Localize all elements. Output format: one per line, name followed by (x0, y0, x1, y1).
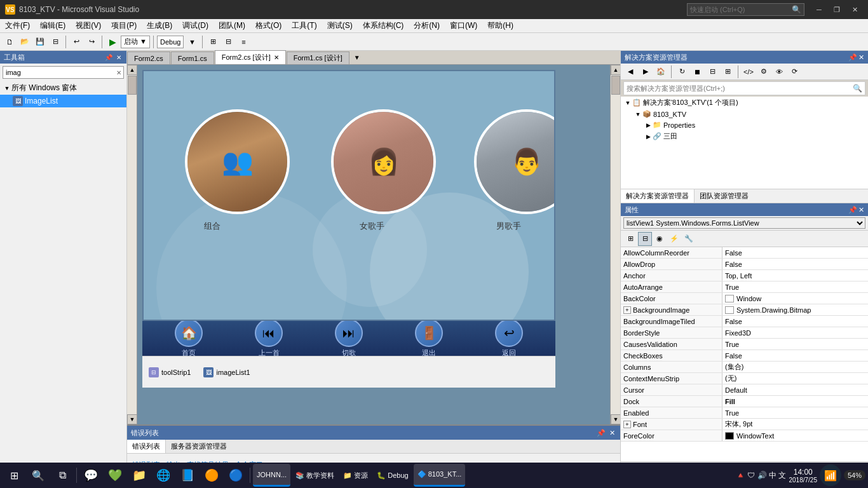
tab-form2-design-close[interactable]: ✕ (274, 54, 279, 61)
taskbar-running-vs[interactable]: 🔷 8103_KT... (414, 464, 466, 487)
tray-toolstrip[interactable]: ⊟ toolStrip1 (149, 367, 191, 377)
tb-dropdown-btn[interactable]: ▼ (185, 35, 199, 49)
menu-window[interactable]: 窗口(W) (445, 19, 482, 33)
tree-solution[interactable]: ▼ 📋 解决方案'8103_KTV'(1 个项目) (621, 97, 868, 109)
menu-file[interactable]: 文件(F) (0, 19, 35, 33)
menu-format[interactable]: 格式(O) (250, 19, 287, 33)
menu-arch[interactable]: 体系结构(C) (358, 19, 409, 33)
taskbar-running-johnn[interactable]: JOHNN... (253, 464, 290, 487)
tree-imagelist[interactable]: 🖼 ImageList (0, 95, 126, 107)
menu-view[interactable]: 视图(V) (71, 19, 106, 33)
sol-forward-btn[interactable]: ▶ (639, 65, 653, 79)
quick-search-input[interactable] (690, 6, 792, 13)
quick-search-box[interactable]: 🔍 (687, 3, 804, 16)
menu-analyze[interactable]: 分析(N) (409, 19, 445, 33)
tab-form2cs[interactable]: Form2.cs (127, 51, 170, 64)
taskbar-start-button[interactable]: ⊞ (3, 464, 25, 487)
nav-home[interactable]: 🏠 首页 (175, 319, 203, 358)
prop-value-allowcolumnreorder[interactable]: False (722, 247, 868, 258)
tab-overflow-button[interactable]: ▼ (351, 52, 363, 64)
tree-properties[interactable]: ▶ 📁 Properties (621, 119, 868, 130)
tb-redo[interactable]: ↪ (85, 35, 98, 49)
tb-start[interactable]: ▶ (105, 35, 119, 49)
scroll-up-button[interactable]: ▲ (127, 65, 137, 75)
solution-footer-solution[interactable]: 解决方案资源管理器 (621, 189, 695, 203)
bg-image-expander[interactable]: + (623, 306, 631, 314)
solution-expander[interactable]: ▼ (623, 100, 632, 106)
solution-footer-team[interactable]: 团队资源管理器 (695, 189, 754, 203)
prop-value-causesvalidation[interactable]: True (722, 339, 868, 349)
prop-value-forecolor[interactable]: WindowText (722, 430, 868, 441)
sol-props-btn[interactable]: ⚙ (757, 65, 771, 79)
taskbar-running-debug[interactable]: 🐛 Debug (373, 464, 412, 487)
taskbar-wechat[interactable]: 💚 (104, 464, 126, 487)
taskbar-search[interactable]: 🔍 (27, 464, 50, 487)
toolbox-collapse-button[interactable]: ✕ (115, 54, 123, 61)
prop-value-allowdrop[interactable]: False (722, 259, 868, 269)
sol-back-btn[interactable]: ◀ (623, 65, 637, 79)
sol-home-btn[interactable]: 🏠 (654, 65, 668, 79)
scroll-down-button[interactable]: ▼ (127, 414, 137, 424)
nav-skip[interactable]: ⏭ 切歌 (335, 319, 363, 358)
scroll-thumb[interactable] (128, 76, 137, 95)
right-scroll-down[interactable]: ▼ (611, 414, 620, 424)
solution-search-box[interactable]: 🔍 (623, 81, 865, 95)
props-events-btn[interactable]: ⚡ (667, 232, 681, 246)
restore-button[interactable]: ❐ (829, 3, 845, 16)
tb-save[interactable]: 💾 (33, 35, 47, 49)
props-expander[interactable]: ▶ (644, 122, 653, 128)
prop-value-anchor[interactable]: Top, Left (722, 270, 868, 281)
menu-test[interactable]: 测试(S) (322, 19, 358, 33)
prop-value-checkboxes[interactable]: False (722, 350, 868, 361)
taskbar-taskview[interactable]: ⧉ (51, 464, 74, 487)
taskbar-app1[interactable]: 📘 (176, 464, 199, 487)
tb-new[interactable]: 🗋 (3, 35, 17, 49)
refs-expander[interactable]: ▶ (644, 133, 653, 140)
props-propbag-btn[interactable]: 🔧 (682, 232, 696, 246)
menu-tools[interactable]: 工具(T) (287, 19, 322, 33)
tree-refs[interactable]: ▶ 🔗 三田 (621, 130, 868, 142)
props-properties-btn[interactable]: ◉ (653, 232, 667, 246)
nav-exit[interactable]: 🚪 退出 (415, 319, 443, 358)
toolbox-pin-button[interactable]: 📌 (104, 54, 114, 61)
tab-form1-design[interactable]: Form1.cs [设计] (287, 51, 349, 64)
solution-search-input[interactable] (624, 85, 850, 92)
props-selector[interactable]: listView1 System.Windows.Forms.ListView (621, 216, 868, 231)
nav-prev[interactable]: ⏮ 上一首 (255, 319, 283, 358)
sol-filter-btn[interactable]: ⊞ (721, 65, 735, 79)
debug-dropdown[interactable]: Debug (157, 36, 184, 48)
bottom-close-button[interactable]: ✕ (608, 429, 616, 437)
sol-preview-btn[interactable]: 👁 (772, 65, 786, 79)
tb-save-all[interactable]: ⊟ (48, 35, 62, 49)
prop-value-borderstyle[interactable]: Fixed3D (722, 327, 868, 338)
sol-sync-btn[interactable]: ⟳ (787, 65, 801, 79)
prop-value-dock[interactable]: Fill (722, 396, 868, 407)
sol-collapse-btn[interactable]: ⊟ (705, 65, 719, 79)
props-pin-button[interactable]: 📌 (848, 206, 857, 214)
prop-value-autoarrange[interactable]: True (722, 281, 868, 292)
taskbar-app3[interactable]: 🔵 (224, 464, 247, 487)
minimize-button[interactable]: ─ (811, 3, 827, 16)
menu-project[interactable]: 项目(P) (106, 19, 142, 33)
tray-imagelist[interactable]: 🖼 imageList1 (203, 367, 250, 377)
taskbar-ie[interactable]: 🌐 (152, 464, 175, 487)
prop-value-bgimagetiled[interactable]: False (722, 316, 868, 327)
props-object-selector[interactable]: listView1 System.Windows.Forms.ListView (623, 217, 865, 229)
toolbox-search-clear[interactable]: ✕ (114, 69, 123, 76)
taskbar-qq[interactable]: 💬 (79, 464, 102, 487)
props-close-button[interactable]: ✕ (858, 206, 864, 214)
menu-build[interactable]: 生成(B) (142, 19, 177, 33)
tb-center[interactable]: ≡ (236, 35, 250, 49)
tree-all-windows-forms[interactable]: ▼ 所有 Windows 窗体 (0, 81, 126, 95)
tb-align[interactable]: ⊟ (221, 35, 235, 49)
menu-edit[interactable]: 编辑(E) (35, 19, 71, 33)
prop-value-font[interactable]: 宋体, 9pt (722, 419, 868, 430)
sol-code-btn[interactable]: </> (742, 65, 756, 79)
form-canvas[interactable]: 👥 组合 👩 女歌手 👨 男歌手 (142, 70, 555, 321)
solution-pin-button[interactable]: 📌 (848, 53, 857, 62)
tree-expander-icon[interactable]: ▼ (3, 85, 11, 92)
taskbar-app2[interactable]: 🟠 (200, 464, 223, 487)
menu-help[interactable]: 帮助(H) (482, 19, 519, 33)
project-expander[interactable]: ▼ (634, 111, 642, 118)
tb-undo[interactable]: ↩ (69, 35, 83, 49)
